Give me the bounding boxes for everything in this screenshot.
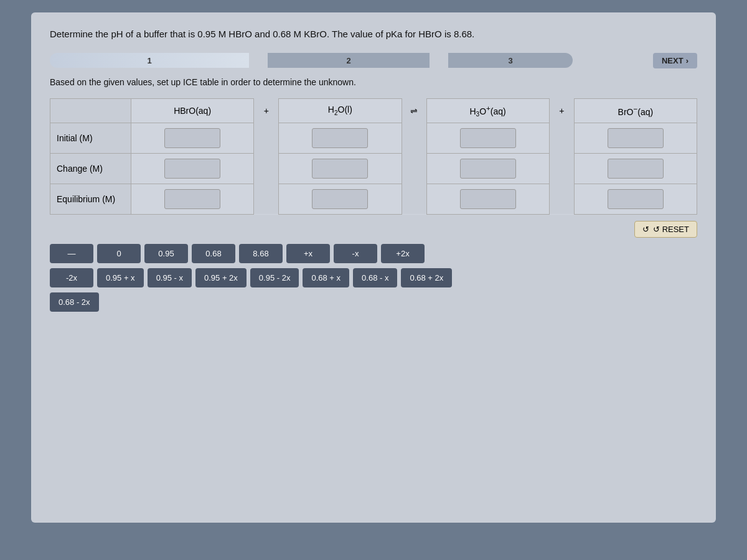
btn-095plus2x[interactable]: 0.95 + 2x xyxy=(195,268,247,287)
row-label-equilibrium: Equilibrium (M) xyxy=(50,184,131,214)
main-container: Determine the pH of a buffer that is 0.9… xyxy=(31,12,716,523)
reset-button[interactable]: ↺ ↺ RESET xyxy=(634,221,697,238)
change-h2o-input[interactable] xyxy=(312,159,368,179)
btn-095plusx[interactable]: 0.95 + x xyxy=(97,268,144,287)
table-row-change: Change (M) xyxy=(50,153,697,184)
btn-plus2x[interactable]: +2x xyxy=(381,244,425,263)
equil-h2o-input[interactable] xyxy=(312,189,368,209)
initial-h2o-input[interactable] xyxy=(312,128,368,148)
equil-h3o-input[interactable] xyxy=(460,189,516,209)
problem-text: Determine the pH of a buffer that is 0.9… xyxy=(50,27,697,42)
col-header-h3o: H3O+(aq) xyxy=(426,98,549,123)
btn-068minusx[interactable]: 0.68 - x xyxy=(353,268,397,287)
btn-095minusx[interactable]: 0.95 - x xyxy=(148,268,192,287)
btn-minus2x[interactable]: -2x xyxy=(50,268,93,287)
col-header-bro: BrO−(aq) xyxy=(574,98,697,123)
equil-bro-input[interactable] xyxy=(608,189,664,209)
table-row-initial: Initial (M) xyxy=(50,123,697,153)
next-button[interactable]: NEXT › xyxy=(653,53,697,68)
chevron-right-icon: › xyxy=(686,56,688,65)
row-label-initial: Initial (M) xyxy=(50,123,131,153)
initial-h3o-input[interactable] xyxy=(460,128,516,148)
instruction-text: Based on the given values, set up ICE ta… xyxy=(50,77,697,87)
btn-095minus2x[interactable]: 0.95 - 2x xyxy=(250,268,299,287)
operator-plus-2: + xyxy=(549,98,574,123)
btn-868[interactable]: 8.68 xyxy=(239,244,283,263)
reset-icon: ↺ xyxy=(642,225,649,234)
option-buttons-row-3: 0.68 - 2x xyxy=(50,292,697,312)
ice-table: HBrO(aq) + H2O(l) ⇌ H3O+(aq) + BrO−(aq) … xyxy=(50,98,697,215)
btn-068minus2x[interactable]: 0.68 - 2x xyxy=(50,292,99,312)
progress-step-3: 3 xyxy=(448,53,573,68)
change-hbro-input[interactable] xyxy=(164,159,220,179)
btn-068plusx[interactable]: 0.68 + x xyxy=(303,268,349,287)
btn-095[interactable]: 0.95 xyxy=(144,244,188,263)
progress-step-1: 1 xyxy=(50,53,249,68)
equilibrium-arrow: ⇌ xyxy=(402,98,426,123)
initial-hbro-input[interactable] xyxy=(164,128,220,148)
option-buttons-row-1: — 0 0.95 0.68 8.68 +x -x +2x xyxy=(50,244,697,263)
btn-minusx[interactable]: -x xyxy=(334,244,377,263)
btn-068plus2x[interactable]: 0.68 + 2x xyxy=(401,268,452,287)
btn-068[interactable]: 0.68 xyxy=(192,244,235,263)
table-row-equilibrium: Equilibrium (M) xyxy=(50,184,697,214)
progress-step-2: 2 xyxy=(268,53,430,68)
operator-plus-1: + xyxy=(254,98,279,123)
buttons-section: ↺ ↺ RESET — 0 0.95 0.68 8.68 +x -x +2x -… xyxy=(50,221,697,312)
change-bro-input[interactable] xyxy=(608,159,664,179)
option-buttons-row-2: -2x 0.95 + x 0.95 - x 0.95 + 2x 0.95 - 2… xyxy=(50,268,697,287)
btn-dash[interactable]: — xyxy=(50,244,93,263)
col-header-h2o: H2O(l) xyxy=(279,98,402,123)
initial-bro-input[interactable] xyxy=(608,128,664,148)
col-header-hbro: HBrO(aq) xyxy=(131,98,254,123)
btn-plusx[interactable]: +x xyxy=(286,244,330,263)
btn-0[interactable]: 0 xyxy=(97,244,141,263)
progress-bar: 1 2 3 NEXT › xyxy=(50,53,697,68)
row-label-change: Change (M) xyxy=(50,153,131,184)
change-h3o-input[interactable] xyxy=(460,159,516,179)
equil-hbro-input[interactable] xyxy=(164,189,220,209)
